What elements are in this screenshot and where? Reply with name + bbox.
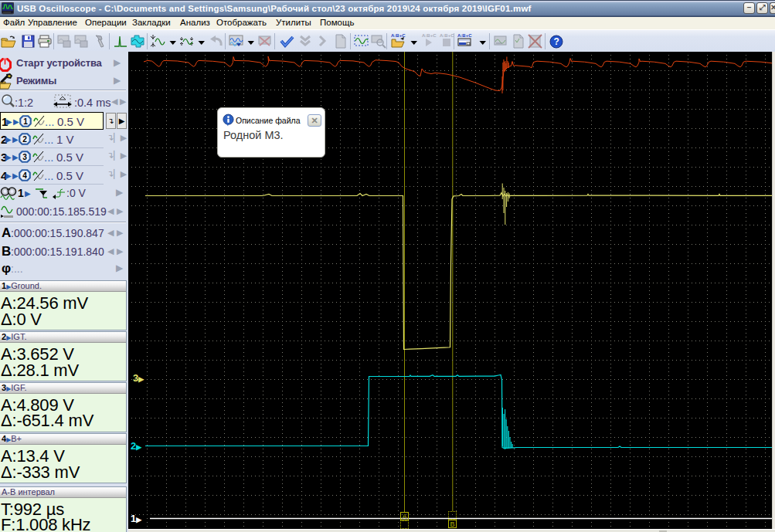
svg-text:A:B+C: A:B+C bbox=[440, 33, 454, 38]
svg-text:A:B+C: A:B+C bbox=[422, 33, 437, 38]
svg-text:3: 3 bbox=[22, 153, 27, 161]
svg-text:4: 4 bbox=[22, 171, 27, 180]
svg-text:A:B+C: A:B+C bbox=[391, 33, 406, 38]
svg-text:A:B+C: A:B+C bbox=[457, 33, 472, 38]
svg-text:?: ? bbox=[554, 36, 559, 47]
svg-text:1: 1 bbox=[23, 117, 28, 126]
svg-text:2: 2 bbox=[22, 135, 27, 144]
